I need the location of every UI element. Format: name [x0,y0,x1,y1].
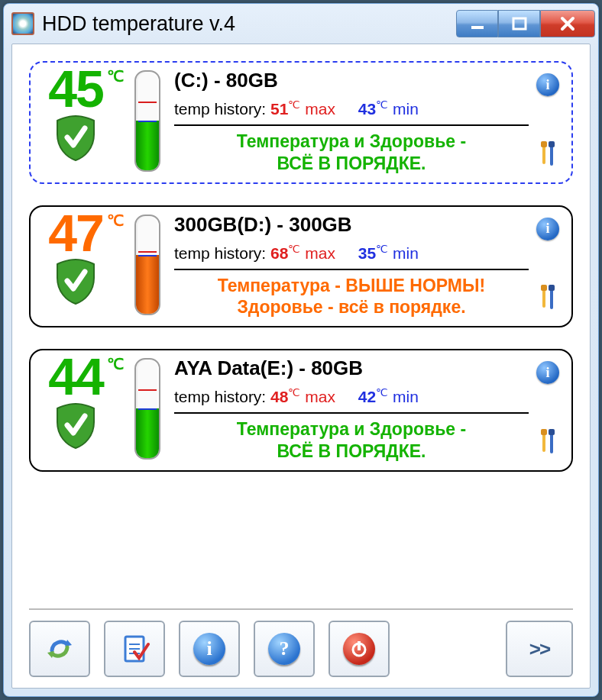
temp-unit: ℃ [107,67,124,85]
info-icon: i [545,221,549,237]
refresh-icon [44,634,75,664]
svg-rect-9 [549,285,555,291]
svg-rect-8 [550,288,553,309]
temp-history: temp history: 68℃ max 35℃ min [174,243,529,263]
info-icon: i [545,77,549,93]
health-shield-icon [54,115,97,162]
info-button[interactable]: i [179,621,240,677]
close-button[interactable] [540,10,595,37]
minimize-icon [469,15,486,32]
more-label: >> [529,637,549,661]
settings-tools-icon[interactable] [540,427,555,456]
drive-card[interactable]: ℃ 45 (C:) - 80GB temp history: 51℃ max 4… [29,61,573,184]
temp-value: 44 [48,355,103,399]
divider [174,269,529,270]
close-icon [558,15,577,33]
help-icon: ? [268,633,300,665]
svg-rect-1 [513,18,526,29]
drive-card[interactable]: ℃ 44 AYA Data(E:) - 80GB temp history: 4… [29,349,573,472]
drive-title: AYA Data(E:) - 80GB [174,356,529,380]
refresh-button[interactable] [29,621,90,677]
svg-rect-7 [541,285,547,291]
status-text: Температура и Здоровье - ВСЁ В ПОРЯДКЕ. [174,418,529,463]
svg-rect-5 [549,141,555,147]
svg-rect-4 [550,144,553,166]
status-text: Температура и Здоровье - ВСЁ В ПОРЯДКЕ. [174,131,529,175]
maximize-icon [511,15,528,32]
temp-value: 47 [48,211,103,256]
drive-info-button[interactable]: i [536,73,559,96]
svg-rect-3 [541,141,547,147]
toolbar: i ? >> [29,608,573,677]
app-window: HDD temperature v.4 ℃ 45 [3,3,599,697]
divider [174,124,529,126]
power-button[interactable] [329,621,390,677]
info-icon: i [545,365,549,381]
svg-rect-18 [358,641,361,650]
health-shield-icon [54,402,97,450]
svg-rect-12 [550,432,553,453]
drive-title: (C:) - 80GB [174,69,529,92]
health-shield-icon [54,258,97,305]
help-button[interactable]: ? [254,621,315,677]
drive-info-button[interactable]: i [536,218,559,240]
temp-unit: ℃ [107,211,124,230]
drive-title: 300GB(D:) - 300GB [174,213,529,237]
title-bar[interactable]: HDD temperature v.4 [4,4,598,44]
minimize-button[interactable] [456,10,498,37]
status-text: Температура - ВЫШЕ НОРМЫ! Здоровье - всё… [174,275,529,319]
window-title: HDD temperature v.4 [42,12,235,36]
clipboard-check-icon [119,634,150,664]
thermometer [134,215,160,316]
maximize-button[interactable] [498,10,540,37]
temp-history: temp history: 48℃ max 42℃ min [174,386,529,406]
thermometer [134,70,160,172]
svg-rect-13 [549,429,555,435]
temp-unit: ℃ [107,355,124,373]
info-icon: i [193,633,225,665]
settings-tools-icon[interactable] [540,140,555,169]
power-icon [343,633,375,665]
temp-value: 45 [48,67,103,111]
svg-rect-0 [471,26,484,29]
svg-rect-11 [541,429,547,435]
more-button[interactable]: >> [506,621,573,677]
temp-history: temp history: 51℃ max 43℃ min [174,98,529,118]
client-area: ℃ 45 (C:) - 80GB temp history: 51℃ max 4… [11,44,591,689]
drive-info-button[interactable]: i [536,361,559,384]
options-button[interactable] [104,621,165,677]
drive-card[interactable]: ℃ 47 300GB(D:) - 300GB temp history: 68℃… [29,205,573,328]
settings-tools-icon[interactable] [540,283,555,312]
thermometer [134,358,160,460]
divider [174,412,529,414]
app-icon [11,12,34,35]
